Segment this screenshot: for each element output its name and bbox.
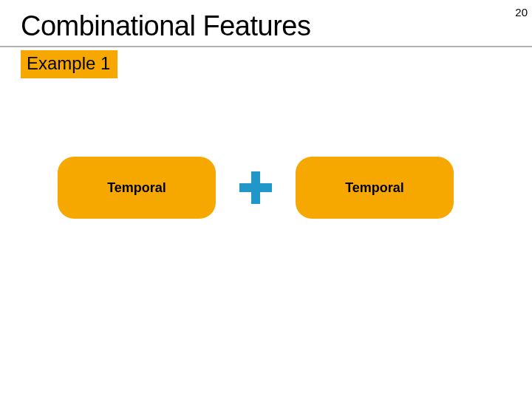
left-feature-label: Temporal [107,180,166,196]
right-feature-label: Temporal [345,180,404,196]
slide-title: Combinational Features [0,0,532,47]
feature-row: Temporal Temporal [58,157,454,219]
svg-rect-1 [239,183,272,192]
title-divider [0,46,532,47]
left-feature-pill: Temporal [58,157,216,219]
page-number: 20 [515,6,528,18]
right-feature-pill: Temporal [296,157,454,219]
plus-icon [235,167,276,208]
example-label: Example 1 [21,50,117,78]
